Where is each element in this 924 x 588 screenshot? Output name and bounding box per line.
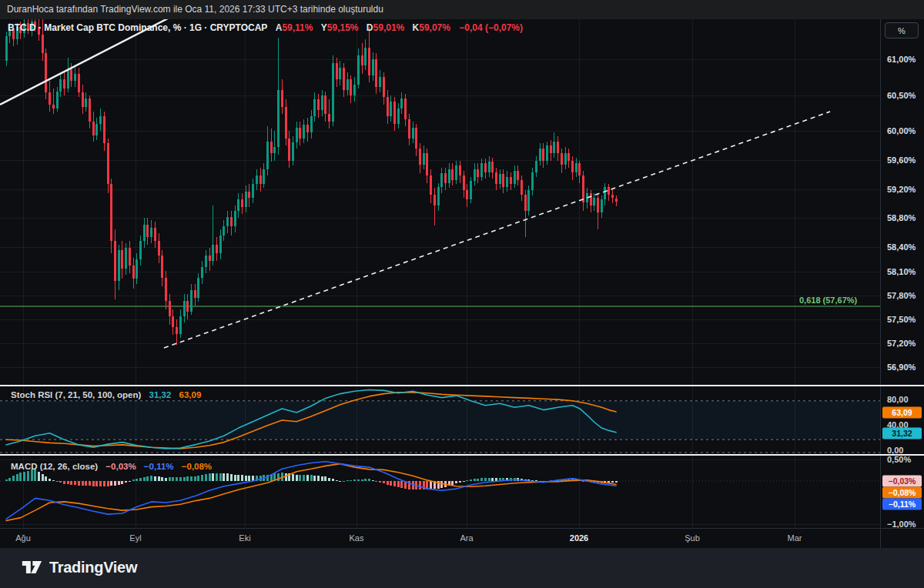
high-value: 59,15% xyxy=(327,22,359,33)
price-tick-label: 56,90% xyxy=(887,362,916,372)
price-tick-label: 57,50% xyxy=(887,315,916,324)
price-tick-label: 57,20% xyxy=(887,339,916,348)
stoch-d-value: 63,09 xyxy=(179,390,202,399)
price-axis[interactable]: % 61,00%60,50%60,00%59,60%59,20%58,80%58… xyxy=(880,19,924,528)
stoch-k-value: 31,32 xyxy=(149,390,172,399)
macd-value-badge: −0,11% xyxy=(882,499,922,510)
macd-value-badge: −0,03% xyxy=(882,476,922,487)
chart-canvas[interactable] xyxy=(0,19,880,528)
tradingview-logo[interactable]: TradingView xyxy=(22,559,137,576)
snapshot-attribution-bar: DuranHoca tarafından TradingView.com ile… xyxy=(0,0,924,19)
symbol-legend[interactable]: BTC.D · Market Cap BTC Dominance, % · 1G… xyxy=(8,22,523,33)
tradingview-logo-icon xyxy=(22,559,42,576)
macd-legend[interactable]: MACD (12, 26, close) −0,03% −0,11% −0,08… xyxy=(11,462,212,471)
price-tick-label: 61,00% xyxy=(887,55,916,64)
macd-line-value: −0,11% xyxy=(144,462,174,471)
stoch-rsi-title[interactable]: Stoch RSI (7, 21, 50, 100, open) xyxy=(11,390,141,399)
close-label: K xyxy=(413,22,420,33)
macd-value-badge: −0,08% xyxy=(882,487,922,499)
symbol-title[interactable]: BTC.D · Market Cap BTC Dominance, % · 1G… xyxy=(8,22,267,33)
price-tick-label: 58,80% xyxy=(887,213,916,222)
time-axis-label: Eki xyxy=(239,533,250,543)
footer-bar: TradingView xyxy=(0,548,924,588)
price-tick-label: 58,10% xyxy=(887,267,916,276)
pane-separator[interactable] xyxy=(0,454,924,456)
low-value: 59,01% xyxy=(373,22,405,33)
price-tick-label: 58,40% xyxy=(887,242,916,252)
high-label: Y xyxy=(321,22,327,33)
gridlines xyxy=(0,19,880,528)
attribution-text: DuranHoca tarafından TradingView.com ile… xyxy=(7,4,383,15)
macd-signal-value: −0,08% xyxy=(182,462,212,471)
price-tick-label: 60,00% xyxy=(887,126,916,135)
macd-tick-label: 0,50% xyxy=(887,455,911,464)
macd-title[interactable]: MACD (12, 26, close) xyxy=(11,462,98,471)
time-axis-label: Kas xyxy=(350,533,364,543)
price-tick-label: 59,20% xyxy=(887,185,916,194)
time-axis[interactable]: AğuEylEkiKasAra2026ŞubMar xyxy=(0,528,924,548)
time-axis-label: 2026 xyxy=(570,533,588,543)
stoch-rsi-legend[interactable]: Stoch RSI (7, 21, 50, 100, open) 31,32 6… xyxy=(11,390,201,399)
time-axis-label: Mar xyxy=(788,533,802,543)
price-tick-label: 57,80% xyxy=(887,291,916,300)
time-axis-label: Ağu xyxy=(15,533,31,543)
axis-corner-cell xyxy=(880,528,924,548)
stoch-tick-label: 80,00 xyxy=(887,395,909,404)
tradingview-snapshot: DuranHoca tarafından TradingView.com ile… xyxy=(0,0,924,588)
dashed-trendline[interactable] xyxy=(164,112,830,348)
change-value: −0,04 (−0,07%) xyxy=(459,22,523,33)
tradingview-brand-text: TradingView xyxy=(49,559,137,576)
macd-hist-value: −0,03% xyxy=(105,462,136,471)
price-tick-label: 60,50% xyxy=(887,91,916,100)
time-axis-label: Şub xyxy=(685,533,700,543)
price-pane[interactable] xyxy=(0,19,880,348)
close-value: 59,07% xyxy=(419,22,450,33)
stoch-value-badge: 31,32 xyxy=(882,428,922,439)
time-axis-label: Eyl xyxy=(129,533,141,543)
pane-separator[interactable] xyxy=(0,385,924,386)
time-axis-label: Ara xyxy=(460,533,473,543)
stoch-value-badge: 63,09 xyxy=(882,407,922,419)
percent-unit-button[interactable]: % xyxy=(885,22,919,38)
stoch-band xyxy=(0,401,880,439)
low-label: D xyxy=(367,22,373,33)
fib-level-label[interactable]: 0,618 (57,67%) xyxy=(799,296,857,305)
macd-histogram xyxy=(5,469,618,489)
price-tick-label: 59,60% xyxy=(887,155,916,165)
open-value: 59,11% xyxy=(282,22,313,33)
